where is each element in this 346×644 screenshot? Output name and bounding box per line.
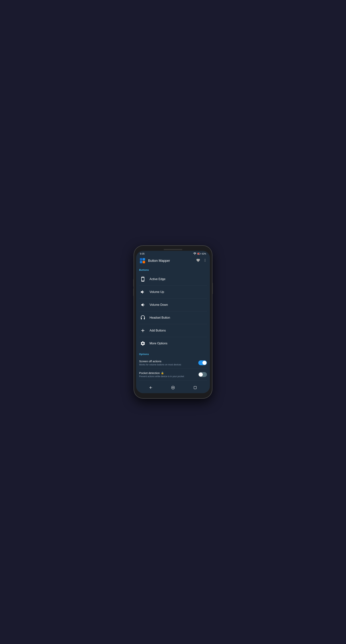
volume-down-item[interactable]: Volume Down [136, 298, 210, 311]
home-button[interactable] [169, 384, 177, 391]
add-buttons-label: Add Buttons [150, 329, 166, 332]
active-edge-label: Active Edge [150, 278, 165, 281]
volume-up-item[interactable]: Volume Up [136, 286, 210, 298]
app-logo [139, 257, 146, 264]
screen-off-actions-subtitle: Works for volume buttons on most devices [139, 363, 198, 366]
volume-down-btn[interactable] [133, 288, 134, 296]
svg-rect-1 [200, 253, 201, 254]
pocket-detection-title: Pocket detection 🔒 [139, 372, 198, 374]
svg-point-5 [205, 261, 205, 262]
battery-icon [197, 252, 201, 255]
svg-rect-8 [194, 386, 196, 389]
main-content: Buttons Active Edge Volume Up [136, 266, 210, 382]
pocket-detection-text: Pocket detection 🔒 Prevent actions while… [139, 372, 198, 378]
options-section-header: Options [136, 350, 210, 357]
speaker [164, 249, 182, 250]
svg-point-4 [205, 260, 205, 260]
volume-down-label: Volume Down [150, 303, 168, 306]
phone-device: 9:35 62% [134, 246, 212, 398]
app-title: Button Mapper [148, 259, 196, 263]
status-time: 9:35 [140, 252, 144, 255]
add-buttons-item[interactable]: Add Buttons [136, 324, 210, 337]
buttons-section-header: Buttons [136, 266, 210, 273]
active-edge-item[interactable]: Active Edge [136, 273, 210, 286]
volume-up-icon [139, 288, 147, 296]
power-btn[interactable] [212, 283, 213, 294]
swap-volume-orientation-item[interactable]: Swap volume orientation 🔒 Adjust orienta… [136, 380, 210, 382]
toggle-thumb-2 [199, 372, 203, 376]
screen-off-actions-toggle[interactable] [198, 360, 207, 365]
pocket-detection-toggle[interactable] [198, 372, 207, 377]
overflow-menu-button[interactable] [203, 258, 207, 263]
screen-off-actions-text: Screen off actions Works for volume butt… [139, 360, 198, 366]
nav-bar [136, 382, 210, 393]
volume-up-label: Volume Up [150, 290, 164, 294]
volume-down-icon-item [139, 301, 147, 308]
volume-up-btn[interactable] [133, 279, 134, 286]
status-icons: 62% [193, 252, 206, 255]
screen-off-actions-item[interactable]: Screen off actions Works for volume butt… [136, 357, 210, 368]
app-bar: Button Mapper [136, 256, 210, 266]
phone-screen: 9:35 62% [136, 251, 210, 393]
svg-rect-2 [198, 253, 199, 254]
headset-button-label: Headset Button [150, 316, 170, 320]
battery-percentage: 62% [202, 252, 206, 255]
wifi-icon [193, 252, 196, 255]
pocket-detection-lock-icon: 🔒 [161, 372, 164, 374]
status-bar: 9:35 62% [136, 251, 210, 256]
svg-point-7 [172, 387, 174, 388]
more-options-label: More Options [150, 342, 167, 345]
svg-point-3 [205, 259, 205, 260]
add-buttons-icon [139, 327, 147, 334]
favorite-button[interactable] [196, 258, 200, 263]
more-options-icon [139, 340, 147, 347]
headset-icon [139, 314, 147, 322]
recents-button[interactable] [191, 384, 199, 391]
toggle-thumb [202, 361, 207, 365]
screen-off-actions-title: Screen off actions [139, 360, 198, 363]
back-button[interactable] [147, 384, 155, 391]
more-options-item[interactable]: More Options [136, 337, 210, 350]
app-bar-actions [196, 258, 207, 263]
pocket-detection-subtitle: Prevent actions while device is in your … [139, 375, 198, 378]
active-edge-icon [139, 276, 147, 283]
headset-button-item[interactable]: Headset Button [136, 312, 210, 324]
pocket-detection-item[interactable]: Pocket detection 🔒 Prevent actions while… [136, 369, 210, 380]
